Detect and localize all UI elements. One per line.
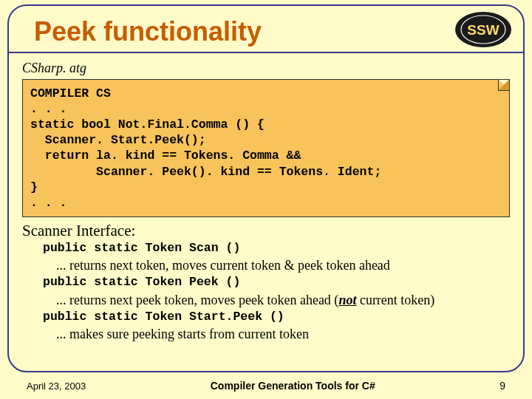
desc-peek-b: current token): [356, 293, 434, 307]
logo-text: SSW: [467, 22, 499, 38]
interface-list: public static Token Scan () ... returns …: [43, 240, 510, 344]
footer-title: Compiler Generation Tools for C#: [211, 380, 375, 392]
title-divider: [9, 52, 523, 53]
slide: Peek functionality SSW CSharp. atg COMPI…: [0, 0, 532, 399]
footer-date: April 23, 2003: [27, 381, 86, 392]
desc-scan: ... returns next token, moves current to…: [56, 256, 510, 274]
code-block: COMPILER CS . . . static bool Not.Final.…: [22, 79, 510, 217]
interface-heading: Scanner Interface:: [22, 222, 510, 240]
slide-footer: April 23, 2003 Compiler Generation Tools…: [27, 380, 505, 392]
signature-peek: public static Token Peek (): [43, 274, 510, 290]
desc-peek-a: ... returns next peek token, moves peek …: [56, 293, 338, 307]
filename-label: CSharp. atg: [22, 61, 510, 76]
footer-page-number: 9: [499, 380, 505, 392]
signature-startpeek: public static Token Start.Peek (): [43, 309, 510, 325]
slide-content: CSharp. atg COMPILER CS . . . static boo…: [22, 61, 510, 366]
signature-scan: public static Token Scan (): [43, 240, 510, 256]
desc-peek-not: not: [338, 293, 356, 307]
slide-title: Peek functionality: [34, 16, 520, 47]
ssw-logo: SSW: [451, 9, 516, 50]
desc-peek: ... returns next peek token, moves peek …: [56, 291, 510, 309]
desc-startpeek: ... makes sure peeking starts from curre…: [56, 325, 510, 343]
